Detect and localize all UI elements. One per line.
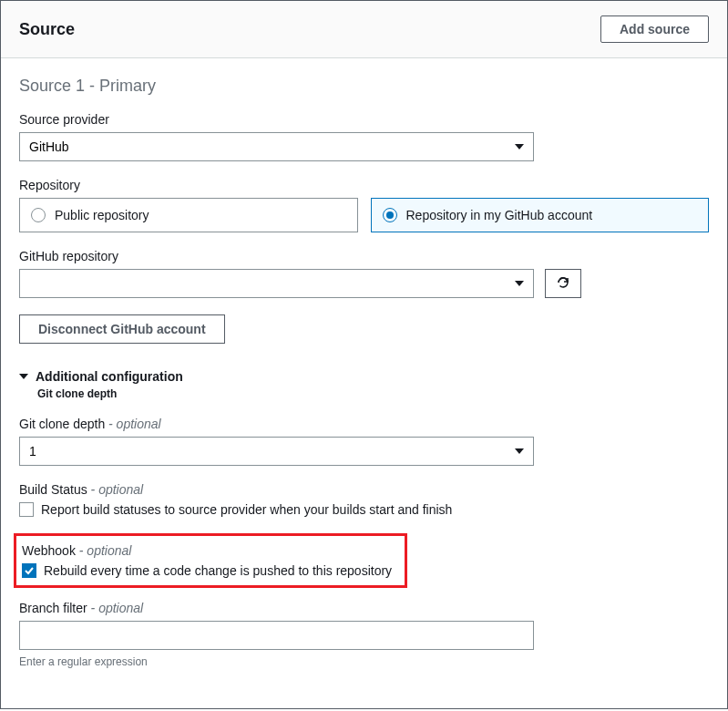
webhook-checkbox-row: Rebuild every time a code change is push… — [22, 563, 395, 578]
github-repo-select[interactable] — [19, 269, 534, 298]
webhook-highlight-box: Webhook - optional Rebuild every time a … — [14, 533, 407, 588]
repository-option-label: Repository in my GitHub account — [406, 208, 593, 222]
chevron-down-icon — [515, 144, 524, 149]
panel-title: Source — [19, 20, 75, 39]
webhook-checkbox-label: Rebuild every time a code change is push… — [44, 563, 392, 578]
section-title: Source 1 - Primary — [19, 77, 709, 96]
repository-option-public[interactable]: Public repository — [19, 198, 358, 232]
additional-configuration-subtitle: Git clone depth — [37, 387, 709, 400]
source-provider-label: Source provider — [19, 112, 709, 127]
branch-filter-hint: Enter a regular expression — [19, 655, 709, 668]
panel-header: Source Add source — [1, 1, 727, 58]
git-clone-depth-label: Git clone depth - optional — [19, 417, 709, 431]
build-status-label: Build Status - optional — [19, 482, 709, 497]
refresh-button[interactable] — [545, 269, 581, 298]
additional-configuration-title: Additional configuration — [36, 369, 183, 384]
disconnect-github-button[interactable]: Disconnect GitHub account — [19, 314, 225, 344]
branch-filter-input[interactable] — [19, 621, 534, 650]
source-panel: Source Add source Source 1 - Primary Sou… — [0, 0, 728, 709]
source-provider-value: GitHub — [29, 139, 69, 154]
chevron-down-icon — [515, 448, 524, 454]
panel-body: Source 1 - Primary Source provider GitHu… — [1, 58, 727, 686]
git-clone-depth-select-wrap: 1 — [19, 437, 534, 466]
github-repo-label: GitHub repository — [19, 249, 709, 263]
refresh-icon — [556, 275, 570, 293]
additional-configuration-toggle[interactable]: Additional configuration — [19, 369, 709, 384]
build-status-checkbox-label: Report build statuses to source provider… — [41, 502, 452, 517]
chevron-down-icon — [515, 281, 524, 286]
branch-filter-label: Branch filter - optional — [19, 601, 709, 615]
webhook-checkbox[interactable] — [22, 563, 36, 578]
repository-option-label: Public repository — [55, 208, 149, 222]
radio-icon — [31, 208, 46, 222]
git-clone-depth-value: 1 — [29, 444, 36, 459]
caret-down-icon — [19, 369, 28, 384]
source-provider-select[interactable]: GitHub — [19, 132, 534, 161]
radio-icon — [383, 208, 397, 222]
webhook-label: Webhook - optional — [22, 543, 395, 558]
repository-label: Repository — [19, 178, 709, 192]
github-repo-row — [19, 269, 709, 298]
build-status-checkbox[interactable] — [19, 502, 34, 517]
git-clone-depth-select[interactable]: 1 — [19, 437, 534, 466]
build-status-checkbox-row: Report build statuses to source provider… — [19, 502, 709, 517]
add-source-button[interactable]: Add source — [600, 15, 709, 43]
repository-option-my-account[interactable]: Repository in my GitHub account — [371, 198, 710, 232]
source-provider-select-wrap: GitHub — [19, 132, 534, 161]
repository-radio-group: Public repository Repository in my GitHu… — [19, 198, 709, 232]
github-repo-select-wrap — [19, 269, 534, 298]
